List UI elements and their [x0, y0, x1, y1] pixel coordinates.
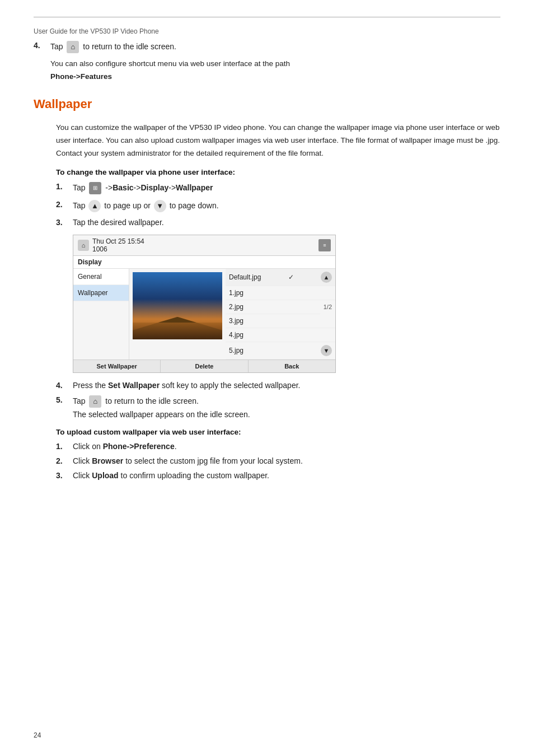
phone-top-bar: ⌂ Thu Oct 25 15:54 1006 ≡ — [73, 235, 335, 256]
file-1-name: 1.jpg — [229, 289, 243, 297]
step-3: 3. Tap the desired wallpaper. — [56, 218, 500, 227]
phone-body: General Wallpaper Default.jpg ✓ ▲ — [73, 269, 335, 360]
upload-step-3-number: 3. — [56, 471, 73, 480]
subsection1-title: To change the wallpaper via phone user i… — [56, 168, 500, 176]
upload-step-2: 2. Click Browser to select the custom jp… — [56, 456, 500, 465]
step-4-number: 4. — [34, 41, 50, 50]
phone-home-icon: ⌂ — [78, 240, 89, 251]
down-arrow-icon: ▼ — [154, 200, 166, 212]
btn-delete: Delete — [161, 360, 248, 372]
menu-icon-step1: ⊞ — [89, 182, 101, 194]
home-icon-step5: ⌂ — [89, 395, 101, 408]
step-3-number: 3. — [56, 218, 73, 227]
step-2-content: Tap ▲ to page up or ▼ to page down. — [73, 200, 500, 212]
step-3-content: Tap the desired wallpaper. — [73, 218, 500, 227]
file-item-3: 3.jpg — [226, 314, 335, 328]
phone-top-left: ⌂ Thu Oct 25 15:54 1006 — [78, 237, 144, 253]
home-icon-step4: ⌂ — [67, 41, 79, 53]
step-3-text: Tap the desired wallpaper. — [73, 218, 164, 227]
file-5-name: 5.jpg — [229, 347, 243, 354]
file-item-4: 4.jpg — [226, 328, 335, 342]
btn-back: Back — [249, 360, 335, 372]
file-item-2-row: 2.jpg 1/2 — [226, 300, 335, 314]
top-border — [34, 17, 500, 17]
step-5-text: Tap — [73, 396, 87, 405]
phone-right-content: Default.jpg ✓ ▲ 1.jpg 2.jpg 1/2 3. — [129, 269, 335, 360]
step-4-after-number: 4. — [56, 381, 73, 390]
idle-screen-note: The selected wallpaper appears on the id… — [73, 410, 500, 419]
upload-step-2-content: Click Browser to select the custom jpg f… — [73, 456, 500, 465]
step-1-number: 1. — [56, 182, 73, 191]
step-2-number: 2. — [56, 200, 73, 209]
wallpaper-description: You can customize the wallpaper of the V… — [56, 122, 500, 160]
section-title-wallpaper: Wallpaper — [34, 97, 500, 111]
water-reflection — [133, 323, 222, 339]
phone-menu-icon: ≡ — [318, 239, 331, 251]
file-item-5: 5.jpg ▼ — [226, 342, 335, 360]
file-item-1: 1.jpg — [226, 286, 335, 300]
scroll-up-btn: ▲ — [321, 272, 332, 283]
step-1-path: ->Basic->Display->Wallpaper — [105, 183, 213, 192]
scroll-down-btn: ▼ — [321, 345, 332, 356]
file-item-default: Default.jpg ✓ ▲ — [226, 269, 335, 286]
step-5-after-content: Tap ⌂ to return to the idle screen. The … — [73, 395, 500, 419]
step-1: 1. Tap ⊞ ->Basic->Display->Wallpaper — [56, 182, 500, 194]
upload-step-1-number: 1. — [56, 442, 73, 451]
step-4-text2: to return to the idle screen. — [83, 42, 176, 51]
upload-step-1: 1. Click on Phone->Preference. — [56, 442, 500, 451]
step-4-content: Tap ⌂ to return to the idle screen. — [50, 41, 500, 53]
upload-step-3-content: Click Upload to confirm uploading the cu… — [73, 471, 500, 480]
shortcut-note: You can also configure shortcut menu via… — [50, 58, 500, 83]
step-2-text3: to page down. — [170, 200, 219, 209]
nav-general: General — [73, 269, 129, 285]
step-5-after-number: 5. — [56, 395, 73, 404]
shortcut-note-text: You can also configure shortcut menu via… — [50, 58, 500, 83]
browser-label: Browser — [92, 456, 123, 465]
page-indicator: 1/2 — [320, 304, 335, 310]
upload-step-2-number: 2. — [56, 456, 73, 465]
step-4-after-content: Press the Set Wallpaper soft key to appl… — [73, 381, 500, 390]
step-2-text2: to page up or — [104, 200, 152, 209]
step-2-text: Tap — [73, 200, 87, 209]
guide-header: User Guide for the VP530 IP Video Phone — [34, 27, 500, 35]
phone-bottom-bar: Set Wallpaper Delete Back — [73, 360, 335, 372]
page-number: 24 — [34, 731, 41, 739]
upload-step-1-content: Click on Phone->Preference. — [73, 442, 500, 451]
wallpaper-section-body: You can customize the wallpaper of the V… — [56, 122, 500, 480]
step-2: 2. Tap ▲ to page up or ▼ to page down. — [56, 200, 500, 212]
phone-left-nav: General Wallpaper — [73, 269, 129, 360]
phone-preference-label: Phone->Preference — [103, 442, 175, 451]
upload-label: Upload — [92, 471, 118, 480]
subsection2-title: To upload custom wallpaper via web user … — [56, 428, 500, 436]
shortcut-path: Phone->Features — [50, 72, 112, 81]
file-item-2: 2.jpg — [226, 300, 320, 314]
up-arrow-icon: ▲ — [88, 200, 101, 212]
step-5-text2: to return to the idle screen. — [105, 396, 199, 405]
upload-step-3: 3. Click Upload to confirm uploading the… — [56, 471, 500, 480]
step-1-tap: Tap — [73, 183, 87, 192]
file-3-name: 3.jpg — [229, 317, 243, 325]
nav-wallpaper: Wallpaper — [73, 285, 129, 301]
step-5-after: 5. Tap ⌂ to return to the idle screen. T… — [56, 395, 500, 419]
phone-screenshot: ⌂ Thu Oct 25 15:54 1006 ≡ Display Genera… — [73, 235, 336, 373]
wallpaper-preview-image — [133, 272, 222, 339]
step-1-content: Tap ⊞ ->Basic->Display->Wallpaper — [73, 182, 500, 194]
file-list-section: Default.jpg ✓ ▲ 1.jpg 2.jpg 1/2 3. — [226, 269, 335, 360]
file-default-name: Default.jpg — [229, 273, 261, 281]
file-4-name: 4.jpg — [229, 331, 243, 339]
step-4-item: 4. Tap ⌂ to return to the idle screen. — [34, 41, 500, 53]
file-2-name: 2.jpg — [229, 303, 243, 311]
step-4-text: Tap — [50, 42, 63, 51]
phone-section-header: Display — [73, 256, 335, 269]
set-wallpaper-label: Set Wallpaper — [108, 381, 160, 390]
btn-set-wallpaper: Set Wallpaper — [73, 360, 161, 372]
phone-datetime: Thu Oct 25 15:54 1006 — [92, 237, 144, 253]
step-4-after: 4. Press the Set Wallpaper soft key to a… — [56, 381, 500, 390]
check-icon-default: ✓ — [288, 273, 294, 281]
